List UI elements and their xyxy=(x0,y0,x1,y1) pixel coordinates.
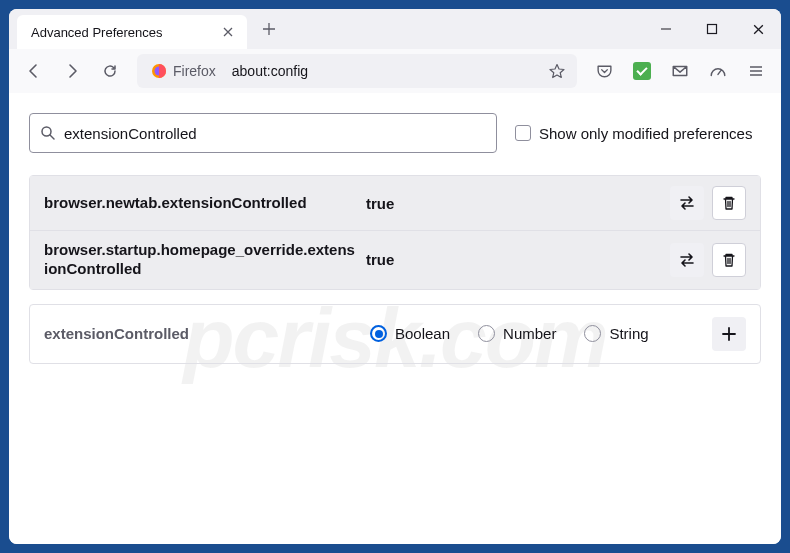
firefox-logo-icon xyxy=(151,63,167,79)
radio-string[interactable]: String xyxy=(584,325,648,342)
checkbox-icon xyxy=(515,125,531,141)
trash-icon xyxy=(721,252,737,268)
reload-button[interactable] xyxy=(93,54,127,88)
radio-label: Number xyxy=(503,325,556,342)
menu-button[interactable] xyxy=(739,54,773,88)
radio-icon xyxy=(584,325,601,342)
tab-title: Advanced Preferences xyxy=(31,25,163,40)
swap-icon xyxy=(678,251,696,269)
radio-label: Boolean xyxy=(395,325,450,342)
extension-icon[interactable] xyxy=(625,54,659,88)
svg-rect-0 xyxy=(708,25,717,34)
trash-icon xyxy=(721,195,737,211)
identity-box[interactable]: Firefox xyxy=(143,59,224,83)
forward-button[interactable] xyxy=(55,54,89,88)
pref-value: true xyxy=(366,251,660,268)
search-icon xyxy=(40,125,56,141)
radio-boolean[interactable]: Boolean xyxy=(370,325,450,342)
mail-icon[interactable] xyxy=(663,54,697,88)
about-config-content: pcrisk.com Show only modified preference… xyxy=(9,93,781,544)
browser-window: Advanced Preferences xyxy=(9,9,781,544)
add-pref-name: extensionControlled xyxy=(44,325,356,342)
pref-actions xyxy=(670,186,746,220)
delete-button[interactable] xyxy=(712,186,746,220)
pref-search-box[interactable] xyxy=(29,113,497,153)
pocket-icon[interactable] xyxy=(587,54,621,88)
titlebar: Advanced Preferences xyxy=(9,9,781,49)
swap-icon xyxy=(678,194,696,212)
close-window-button[interactable] xyxy=(735,9,781,49)
prefs-list: browser.newtab.extensionControlled true … xyxy=(29,175,761,290)
identity-label: Firefox xyxy=(173,63,216,79)
new-tab-button[interactable] xyxy=(253,13,285,45)
pref-row[interactable]: browser.newtab.extensionControlled true xyxy=(30,176,760,230)
back-button[interactable] xyxy=(17,54,51,88)
pref-value: true xyxy=(366,195,660,212)
search-row: Show only modified preferences xyxy=(29,113,761,153)
close-tab-icon[interactable] xyxy=(219,23,237,41)
url-bar[interactable]: Firefox about:config xyxy=(137,54,577,88)
radio-label: String xyxy=(609,325,648,342)
radio-icon xyxy=(478,325,495,342)
pref-row[interactable]: browser.startup.homepage_override.extens… xyxy=(30,230,760,289)
type-radio-group: Boolean Number String xyxy=(370,325,698,342)
pref-name: browser.newtab.extensionControlled xyxy=(44,194,356,213)
maximize-button[interactable] xyxy=(689,9,735,49)
toggle-button[interactable] xyxy=(670,243,704,277)
add-button[interactable] xyxy=(712,317,746,351)
window-controls xyxy=(643,9,781,49)
performance-icon[interactable] xyxy=(701,54,735,88)
minimize-button[interactable] xyxy=(643,9,689,49)
pref-actions xyxy=(670,243,746,277)
radio-icon xyxy=(370,325,387,342)
nav-toolbar: Firefox about:config xyxy=(9,49,781,93)
show-modified-toggle[interactable]: Show only modified preferences xyxy=(515,125,752,142)
bookmark-star-icon[interactable] xyxy=(543,57,571,85)
show-modified-label: Show only modified preferences xyxy=(539,125,752,142)
radio-number[interactable]: Number xyxy=(478,325,556,342)
plus-icon xyxy=(721,326,737,342)
pref-name: browser.startup.homepage_override.extens… xyxy=(44,241,356,279)
toggle-button[interactable] xyxy=(670,186,704,220)
tab-advanced-preferences[interactable]: Advanced Preferences xyxy=(17,15,247,49)
add-pref-row: extensionControlled Boolean Number Strin… xyxy=(29,304,761,364)
url-text: about:config xyxy=(232,63,535,79)
delete-button[interactable] xyxy=(712,243,746,277)
pref-search-input[interactable] xyxy=(64,125,486,142)
